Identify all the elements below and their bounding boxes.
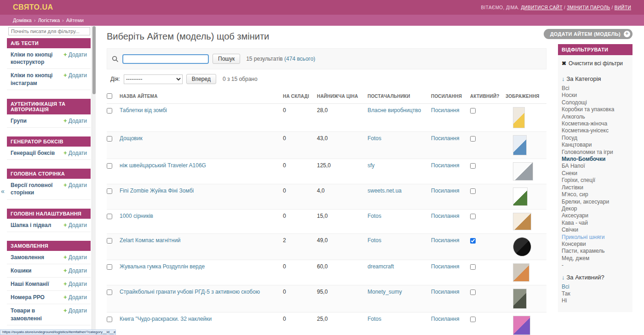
supplier-link[interactable]: sweets.net.ua — [368, 187, 402, 194]
item-external-link[interactable]: Посилання — [431, 107, 459, 114]
sidebar-model-link[interactable]: Генерації боксів — [11, 149, 55, 157]
filter-option[interactable]: Горіхи, спеції — [562, 177, 629, 184]
sidebar-add-link[interactable]: +Додати — [63, 117, 87, 124]
sidebar-model-link[interactable]: Кошики — [11, 267, 31, 274]
supplier-link[interactable]: sfy — [368, 162, 374, 169]
item-external-link[interactable]: Посилання — [431, 263, 459, 270]
sidebar-model-link[interactable]: Шапка і підвал — [11, 221, 51, 229]
filter-option[interactable]: - — [562, 262, 629, 269]
row-select-checkbox[interactable] — [107, 214, 112, 219]
action-select[interactable]: --------- — [124, 74, 183, 84]
filter-option[interactable]: Косметика-унісекс — [562, 127, 629, 134]
item-external-link[interactable]: Посилання — [431, 289, 459, 295]
item-external-link[interactable]: Посилання — [431, 135, 459, 142]
supplier-link[interactable]: Fotos — [368, 213, 381, 219]
active-checkbox[interactable] — [470, 214, 476, 219]
sidebar-model-link[interactable]: Кліки по кнопці конструктор — [11, 51, 60, 66]
sidebar-add-link[interactable]: +Додати — [63, 51, 87, 58]
filter-option[interactable]: Брелки, аксесуари — [562, 199, 629, 205]
sidebar-add-link[interactable]: +Додати — [63, 280, 87, 287]
supplier-link[interactable]: Fotos — [368, 135, 381, 142]
item-name-link[interactable]: Таблетки від зомбі — [120, 107, 167, 114]
item-external-link[interactable]: Посилання — [431, 316, 459, 322]
filter-option[interactable]: М'ясо, сир — [562, 191, 629, 198]
filter-option[interactable]: Мило-Бомбочки — [562, 156, 629, 163]
row-select-checkbox[interactable] — [107, 188, 112, 194]
sidebar-add-link[interactable]: +Додати — [63, 254, 87, 261]
add-item-button[interactable]: ДОДАТИ АЙТЕМ (МОДЕЛЬ) + — [544, 29, 632, 39]
sidebar-collapse-toggle[interactable]: « — [1, 187, 5, 195]
active-checkbox[interactable] — [470, 188, 476, 194]
active-checkbox[interactable] — [470, 163, 476, 169]
sidebar-model-link[interactable]: Кліки по кнопці інстаграм — [11, 72, 60, 86]
item-external-link[interactable]: Посилання — [431, 162, 459, 169]
item-name-link[interactable]: Жувальна гумка Роздуплін верде — [120, 263, 205, 270]
site-title[interactable]: СВЯТО.UA — [13, 3, 53, 11]
sidebar-add-link[interactable]: +Додати — [63, 267, 87, 274]
item-name-link[interactable]: Дощовик — [120, 135, 143, 142]
sidebar-model-link[interactable]: Товари в замовленні — [11, 307, 60, 322]
total-count-link[interactable]: (474 всього) — [284, 56, 315, 62]
row-select-checkbox[interactable] — [107, 163, 112, 169]
breadcrumb-home[interactable]: Домівка — [13, 17, 32, 23]
row-select-checkbox[interactable] — [107, 317, 112, 322]
filter-option[interactable]: Посуд — [562, 135, 629, 142]
filter-option[interactable]: Солодощі — [562, 99, 629, 106]
sidebar-add-link[interactable]: +Додати — [63, 72, 87, 79]
action-go-button[interactable]: Вперед — [186, 74, 216, 84]
supplier-link[interactable]: Monety_sumy — [368, 289, 402, 295]
filter-option[interactable]: Пасти, карамель — [562, 248, 629, 255]
sidebar-scrollbar-track[interactable] — [92, 26, 96, 329]
item-external-link[interactable]: Посилання — [431, 237, 459, 244]
filter-option[interactable]: Всі — [562, 284, 629, 290]
sidebar-model-link[interactable]: Групи — [11, 117, 27, 125]
active-checkbox[interactable] — [470, 317, 476, 322]
filter-option[interactable]: Так — [562, 290, 629, 297]
filter-option[interactable]: Головоломки та ігри — [562, 149, 629, 156]
search-input[interactable] — [122, 54, 209, 64]
filter-option[interactable]: Свічки — [562, 227, 629, 233]
active-checkbox[interactable] — [470, 108, 476, 114]
search-button[interactable]: Пошук — [213, 54, 240, 64]
filter-option[interactable]: Косметика-жіноча — [562, 120, 629, 127]
sidebar-add-link[interactable]: +Додати — [63, 221, 87, 228]
item-name-link[interactable]: Страйкбольні гранати учбові РГД-5 з акти… — [120, 289, 260, 295]
sidebar-scrollbar-thumb[interactable] — [92, 26, 96, 94]
active-checkbox[interactable] — [470, 238, 476, 244]
supplier-link[interactable]: Fotos — [368, 237, 381, 244]
row-select-checkbox[interactable] — [107, 264, 112, 270]
row-select-checkbox[interactable] — [107, 290, 112, 295]
change-password-link[interactable]: ЗМІНИТИ ПАРОЛЬ — [567, 5, 610, 10]
sidebar-add-link[interactable]: +Додати — [63, 294, 87, 301]
clear-all-filters-link[interactable]: ✖Очистити всі фільтри — [558, 55, 632, 71]
row-select-checkbox[interactable] — [107, 238, 112, 244]
filter-option[interactable]: Аксесуари — [562, 212, 629, 219]
filter-option[interactable]: Алкоголь — [562, 114, 629, 120]
select-all-checkbox[interactable] — [107, 93, 112, 99]
filter-option[interactable]: Канцтовари — [562, 142, 629, 148]
supplier-link[interactable]: Власне виробництво — [368, 107, 421, 114]
sidebar-model-link[interactable]: Версії головної сторінки — [11, 182, 60, 196]
active-checkbox[interactable] — [470, 264, 476, 270]
sidebar-model-link[interactable]: Номера РРО — [11, 294, 45, 301]
item-name-link[interactable]: Zelart Компас магнітний — [120, 237, 181, 244]
row-select-checkbox[interactable] — [107, 136, 112, 142]
item-name-link[interactable]: ніж швейцарський Traveler A106G — [120, 162, 206, 169]
breadcrumb-logistics[interactable]: Логістика — [38, 17, 60, 23]
filter-option[interactable]: БА Напої — [562, 163, 629, 170]
filter-option[interactable]: Декор — [562, 205, 629, 212]
item-external-link[interactable]: Посилання — [431, 187, 459, 194]
supplier-link[interactable]: Fotos — [368, 316, 381, 322]
column-header-name[interactable]: НАЗВА АЙТЕМА — [120, 89, 283, 104]
active-checkbox[interactable] — [470, 136, 476, 142]
filter-option[interactable]: Прикольні шняги — [562, 234, 629, 241]
sidebar-add-link[interactable]: +Додати — [63, 149, 87, 156]
filter-option[interactable]: Коробки та упаковка — [562, 106, 629, 113]
filter-option[interactable]: Снеки — [562, 170, 629, 177]
filter-option[interactable]: Ні — [562, 297, 629, 304]
item-external-link[interactable]: Посилання — [431, 213, 459, 219]
filter-option[interactable]: Листівки — [562, 184, 629, 191]
item-name-link[interactable]: 1000 сірників — [120, 213, 153, 219]
filter-option[interactable]: Мед, джем — [562, 255, 629, 262]
active-checkbox[interactable] — [470, 290, 476, 295]
